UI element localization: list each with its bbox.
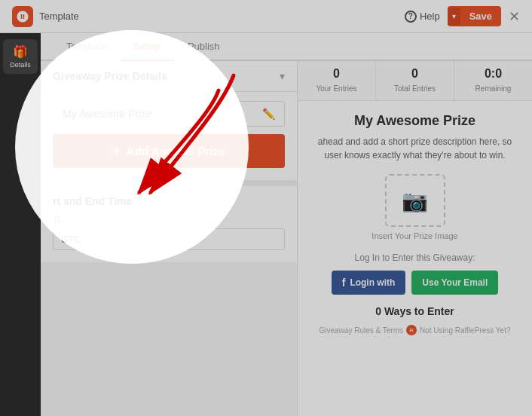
timezone-input[interactable]: UTC [53, 228, 285, 250]
footer-suffix: Not Using RafflePress Yet? [420, 326, 510, 335]
camera-icon: 📷 [402, 188, 428, 213]
preview-content: My Awesome Prize ahead and add a short p… [298, 101, 532, 416]
ways-to-enter-label: 0 Ways to Enter [375, 305, 454, 317]
logo-icon [12, 6, 33, 27]
login-buttons: f Login with Use Your Email [332, 271, 499, 295]
total-entries-number: 0 [379, 67, 451, 81]
prize-name-input[interactable] [63, 108, 262, 120]
top-bar: Template ? Help ▾ Save ✕ [0, 0, 532, 33]
details-icon: 🎁 [13, 44, 28, 59]
main-layout: 🎁 Details Template Setup Publish Giveawa… [0, 33, 532, 416]
sidebar-item-details[interactable]: 🎁 Details [3, 39, 38, 74]
top-bar-right: ? Help ▾ Save ✕ [405, 6, 520, 26]
close-button[interactable]: ✕ [509, 10, 520, 23]
help-label: Help [420, 11, 440, 22]
total-entries-label: Total Entries [394, 84, 436, 93]
tabs-bar: Template Setup Publish [41, 33, 532, 61]
timezone-label: Ti... [53, 215, 285, 225]
two-col-layout: Giveaway Prize Details ▾ ✏️ + Add Anothe… [41, 61, 532, 416]
login-label: Log In to Enter this Giveaway: [354, 252, 475, 263]
help-icon: ? [405, 11, 417, 23]
footer-text: Giveaway Rules & Terms R Not Using Raffl… [320, 325, 511, 335]
plus-icon: + [113, 143, 121, 159]
save-label: Save [460, 6, 501, 26]
chevron-down-icon: ▾ [280, 70, 285, 82]
top-bar-left: Template [12, 6, 79, 27]
tab-publish[interactable]: Publish [174, 33, 234, 61]
prize-details-title: Giveaway Prize Details [53, 70, 167, 82]
add-prize-label: Add Another Prize [127, 145, 225, 158]
stat-total-entries: 0 Total Entries [376, 61, 454, 100]
content-area: Template Setup Publish Giveaway Prize De… [41, 33, 532, 416]
time-section: rt and End Time Ti... UTC [41, 186, 297, 262]
footer-rules-label: Giveaway Rules & Terms [320, 326, 404, 335]
stat-remaining: 0:0 Remaining [454, 61, 532, 100]
prize-details-header[interactable]: Giveaway Prize Details ▾ [41, 61, 297, 92]
remaining-number: 0:0 [457, 67, 529, 81]
prize-details-body: ✏️ + Add Another Prize [41, 92, 297, 186]
facebook-icon: f [342, 277, 346, 289]
preview-prize-title: My Awesome Prize [354, 113, 475, 129]
your-entries-label: Your Entries [316, 84, 356, 93]
facebook-login-button[interactable]: f Login with [332, 271, 406, 295]
image-placeholder-label: Insert Your Prize Image [371, 231, 457, 240]
save-arrow: ▾ [448, 8, 460, 25]
time-section-title: rt and End Time [53, 195, 285, 207]
add-prize-button[interactable]: + Add Another Prize [53, 134, 285, 168]
sidebar-item-label: Details [10, 61, 31, 69]
remaining-label: Remaining [475, 84, 512, 93]
email-login-button[interactable]: Use Your Email [411, 271, 498, 295]
fb-label: Login with [350, 277, 395, 288]
edit-icon[interactable]: ✏️ [262, 108, 275, 120]
stats-row: 0 Your Entries 0 Total Entries 0:0 Remai… [298, 61, 532, 101]
template-label: Template [39, 11, 79, 22]
help-button[interactable]: ? Help [405, 11, 440, 23]
preview-description: ahead and add a short prize description … [318, 135, 512, 162]
sidebar: 🎁 Details [0, 33, 41, 416]
tab-setup[interactable]: Setup [120, 33, 174, 61]
save-button[interactable]: ▾ Save [448, 6, 501, 26]
your-entries-number: 0 [301, 67, 372, 81]
footer-badge: R [406, 325, 417, 335]
tab-template[interactable]: Template [53, 33, 120, 61]
prize-input-row: ✏️ [53, 101, 285, 127]
image-placeholder[interactable]: 📷 [385, 174, 445, 227]
left-panel: Giveaway Prize Details ▾ ✏️ + Add Anothe… [41, 61, 297, 416]
right-panel: 0 Your Entries 0 Total Entries 0:0 Remai… [297, 61, 532, 416]
stat-your-entries: 0 Your Entries [298, 61, 376, 100]
